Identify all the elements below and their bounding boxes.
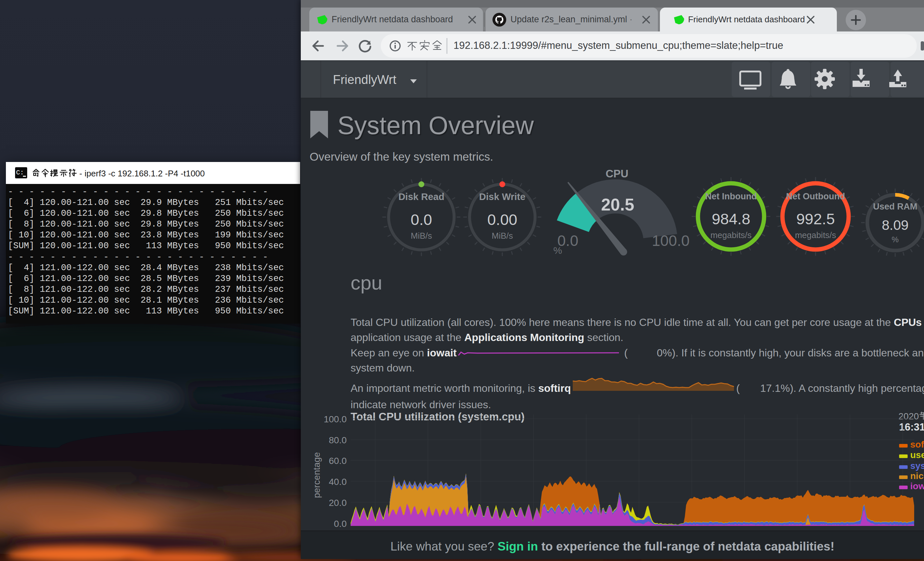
svg-text:Net Inbound: Net Inbound (705, 191, 757, 201)
svg-text:MiB/s: MiB/s (492, 231, 513, 241)
svg-text:100.0: 100.0 (652, 232, 689, 249)
svg-text:0.00: 0.00 (487, 211, 517, 228)
svg-text:MiB/s: MiB/s (411, 231, 432, 241)
svg-text:0.0: 0.0 (411, 211, 432, 228)
svg-text:megabits/s: megabits/s (795, 230, 836, 240)
svg-text:984.8: 984.8 (712, 210, 750, 227)
svg-text:Disk Read: Disk Read (398, 191, 444, 202)
svg-text:%: % (891, 235, 898, 244)
svg-text:Used RAM: Used RAM (873, 202, 917, 212)
svg-text:megabits/s: megabits/s (710, 230, 752, 240)
svg-text:20.5: 20.5 (601, 195, 634, 214)
svg-text:992.5: 992.5 (796, 210, 835, 227)
svg-text:C:: C: (16, 169, 24, 176)
svg-text:- iperf3 -c 192.168.1.2 -P4 -: - iperf3 -c 192.168.1.2 -P4 -t1000 (79, 168, 205, 178)
svg-text:Net Outbound: Net Outbound (786, 191, 845, 201)
svg-text:Disk Write: Disk Write (479, 191, 525, 202)
svg-text:CPU: CPU (606, 167, 628, 180)
svg-text:%: % (554, 245, 562, 256)
svg-text:8.09: 8.09 (882, 217, 909, 233)
